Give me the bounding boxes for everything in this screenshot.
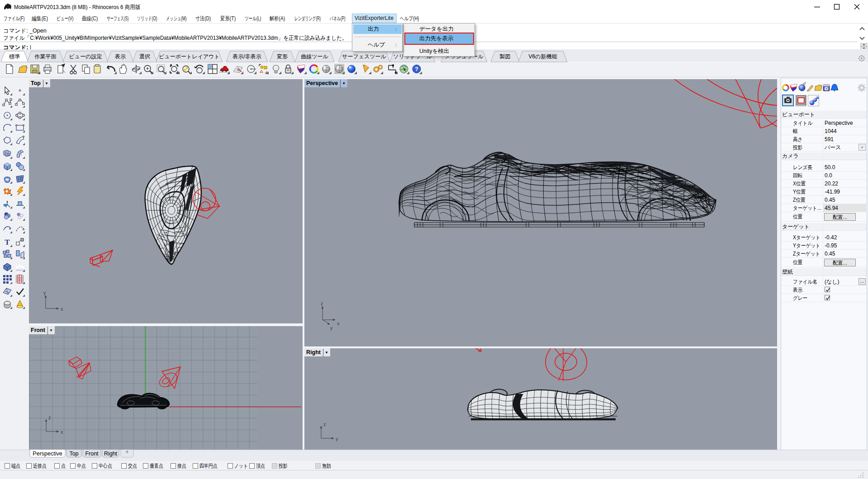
svg-text:x: x — [337, 321, 340, 326]
svg-text:Front: Front — [85, 451, 99, 457]
svg-text:x: x — [61, 429, 63, 435]
svg-text:V6の新機能: V6の新機能 — [529, 53, 558, 60]
svg-text:作業平面: 作業平面 — [34, 53, 57, 60]
svg-text:y: y — [43, 290, 46, 295]
svg-text:?: ? — [415, 66, 418, 72]
svg-text:ビューの設定: ビューの設定 — [69, 53, 102, 60]
svg-text:x: x — [61, 306, 63, 312]
svg-text:z: z — [323, 422, 326, 427]
svg-text:標準: 標準 — [9, 53, 20, 60]
svg-text:T: T — [5, 238, 10, 247]
svg-text:変形: 変形 — [277, 53, 288, 60]
svg-text:?: ? — [825, 87, 828, 91]
svg-text:Top: Top — [69, 451, 78, 457]
svg-text:製図: 製図 — [500, 53, 511, 60]
svg-text:Perspective: Perspective — [33, 451, 62, 457]
svg-text:y: y — [330, 325, 333, 331]
svg-text:z: z — [321, 301, 323, 306]
svg-text:曲線ツール: 曲線ツール — [301, 53, 328, 60]
svg-text:ビューポートレイアウト: ビューポートレイアウト — [159, 53, 220, 60]
svg-text:選択: 選択 — [139, 53, 150, 60]
svg-text:y: y — [336, 436, 338, 441]
svg-text:サーフェスツール: サーフェスツール — [342, 53, 386, 60]
svg-text:z: z — [48, 415, 51, 420]
svg-text:Right: Right — [104, 451, 118, 457]
svg-text:表示/非表示: 表示/非表示 — [232, 53, 261, 60]
svg-text:表示: 表示 — [115, 53, 126, 60]
